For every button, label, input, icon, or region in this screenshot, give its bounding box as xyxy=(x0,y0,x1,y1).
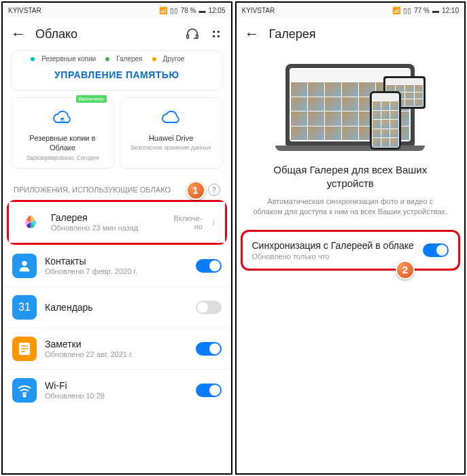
enabled-badge: Включено xyxy=(76,95,107,103)
manage-memory-button[interactable]: УПРАВЛЕНИЕ ПАМЯТЬЮ xyxy=(12,65,222,90)
battery: 78 % xyxy=(181,7,196,14)
wifi-toggle[interactable] xyxy=(196,384,222,397)
svg-point-5 xyxy=(217,35,219,37)
menu-icon[interactable] xyxy=(209,27,223,41)
back-icon[interactable]: ← xyxy=(245,25,260,43)
storage-card: Резервные копии Галерея Другое УПРАВЛЕНИ… xyxy=(11,50,223,90)
carrier: KYIVSTAR xyxy=(242,7,275,14)
gallery-status: Включе- но xyxy=(174,214,203,231)
calendar-toggle[interactable] xyxy=(196,301,222,314)
gallery-icon xyxy=(18,210,43,235)
header: ← Облако xyxy=(3,18,231,50)
notes-toggle[interactable] xyxy=(196,342,222,356)
highlight-gallery: Галерея Обновлено 23 мин назад Включе- н… xyxy=(7,200,227,245)
cloud-backup-icon xyxy=(52,107,73,129)
svg-point-4 xyxy=(213,35,215,37)
time: 12:10 xyxy=(442,7,459,14)
hero-subtitle: Автоматическая синхронизация фото и виде… xyxy=(237,194,465,230)
step-1-badge: 1 xyxy=(186,181,205,200)
svg-point-2 xyxy=(213,31,215,33)
status-right: 📶 ▯▯ 77 % ▬ 12:10 xyxy=(392,7,459,14)
support-icon[interactable] xyxy=(185,27,200,41)
svg-point-11 xyxy=(24,394,26,396)
svg-point-6 xyxy=(22,260,27,265)
phone-illustration xyxy=(370,91,401,150)
drive-card[interactable]: Huawei Drive Безопасное хранение данных xyxy=(120,97,223,169)
carrier: KYIVSTAR xyxy=(8,7,41,14)
legend: Резервные копии Галерея Другое xyxy=(12,51,222,65)
hero-image xyxy=(237,50,465,159)
notes-icon xyxy=(12,337,37,361)
status-bar: KYIVSTAR 📶 ▯▯ 78 % ▬ 12:05 xyxy=(3,3,231,18)
help-icon[interactable]: ? xyxy=(208,184,220,196)
page-title: Облако xyxy=(35,27,175,41)
cloud-drive-icon xyxy=(160,107,182,129)
list-item-calendar[interactable]: 31 Календарь xyxy=(3,286,231,328)
wifi-icon xyxy=(12,378,37,403)
list-item-gallery[interactable]: Галерея Обновлено 23 мин назад Включе- н… xyxy=(9,202,225,243)
backup-card[interactable]: Включено Резервные копии в Облаке Зарезе… xyxy=(11,97,114,169)
sync-row[interactable]: Синхронизация с Галереей в облаке Обновл… xyxy=(243,232,459,269)
svg-rect-1 xyxy=(196,35,198,38)
phone-right: KYIVSTAR 📶 ▯▯ 77 % ▬ 12:10 ← Галерея xyxy=(235,1,466,475)
sync-toggle[interactable] xyxy=(423,243,449,257)
list-item-contacts[interactable]: Контакты Обновлено 7 февр. 2020 г. xyxy=(3,245,231,286)
section-header: ПРИЛОЖЕНИЯ, ИСПОЛЬЗУЮЩИЕ ОБЛАКО ? 1 xyxy=(3,178,231,200)
battery: 77 % xyxy=(414,7,430,14)
list-item-notes[interactable]: Заметки Обновлено 22 авг. 2021 г. xyxy=(3,328,231,369)
hero-title: Общая Галерея для всех Ваших устройств xyxy=(237,159,465,194)
svg-rect-0 xyxy=(186,35,188,38)
cards-row: Включено Резервные копии в Облаке Зарезе… xyxy=(3,97,231,178)
calendar-icon: 31 xyxy=(12,295,37,320)
contacts-icon xyxy=(12,254,37,278)
back-icon[interactable]: ← xyxy=(11,25,26,43)
chevron-icon: › xyxy=(212,217,215,228)
step-2-badge: 2 xyxy=(396,260,415,279)
status-bar: KYIVSTAR 📶 ▯▯ 77 % ▬ 12:10 xyxy=(237,3,465,18)
time: 12:05 xyxy=(208,7,225,14)
header: ← Галерея xyxy=(237,18,465,50)
phone-left: KYIVSTAR 📶 ▯▯ 78 % ▬ 12:05 ← Облако Резе… xyxy=(1,1,232,475)
svg-point-3 xyxy=(217,31,219,33)
status-right: 📶 ▯▯ 78 % ▬ 12:05 xyxy=(159,7,226,14)
highlight-sync: Синхронизация с Галереей в облаке Обновл… xyxy=(241,230,461,271)
vibrate-icon: ▯▯ xyxy=(170,7,178,14)
page-title: Галерея xyxy=(269,27,457,41)
list-item-wifi[interactable]: Wi-Fi Обновлено 10:28 xyxy=(3,369,231,411)
contacts-toggle[interactable] xyxy=(196,259,222,273)
